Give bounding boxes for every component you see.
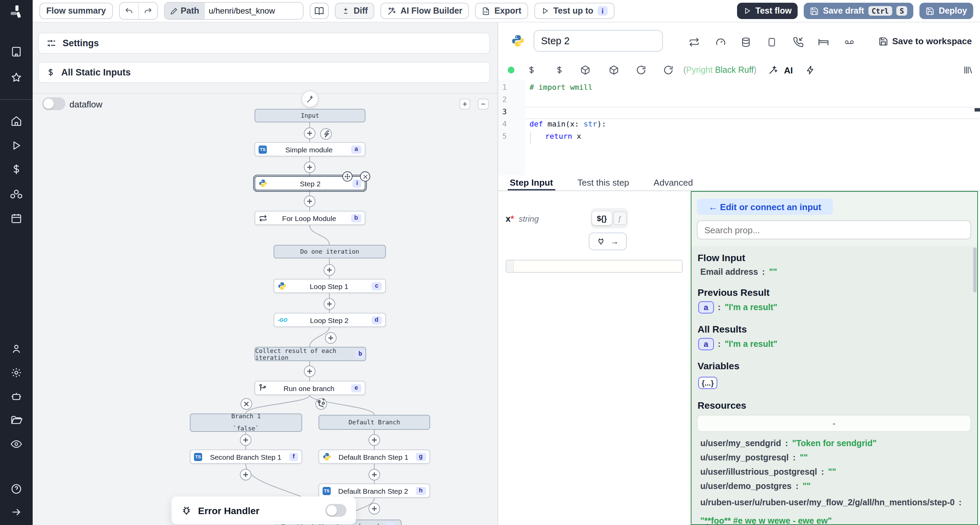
runs-play-icon[interactable]: [11, 140, 22, 151]
test-flow-button[interactable]: Test flow: [737, 3, 798, 19]
flow-node-loop-step-1[interactable]: Loop Step 1 c: [274, 279, 386, 293]
python-icon: [278, 282, 286, 290]
refresh-icon[interactable]: [663, 65, 673, 75]
result-chip[interactable]: a: [698, 301, 714, 314]
ai-flow-builder-button[interactable]: AI Flow Builder: [381, 3, 469, 19]
error-handler-card: Error Handler: [172, 496, 356, 524]
tab-test-this-step[interactable]: Test this step: [576, 176, 631, 190]
flow-summary-label: Flow summary: [46, 6, 106, 16]
home-icon[interactable]: [11, 115, 22, 127]
error-handler-toggle[interactable]: [325, 504, 347, 517]
prop-picker-scrollbar[interactable]: [973, 247, 977, 292]
delete-node-button[interactable]: [360, 171, 370, 182]
refresh-icon[interactable]: [636, 65, 646, 75]
flow-node-input[interactable]: Input: [255, 109, 366, 122]
favorites-star-icon[interactable]: [11, 72, 22, 83]
save-draft-label: Save draft: [823, 6, 864, 16]
flow-node-collect-result[interactable]: Collect result of each iteration b: [255, 347, 366, 361]
workers-bot-icon[interactable]: [10, 390, 22, 403]
flow-input-row[interactable]: Email address: "": [700, 267, 777, 277]
prop-search-input[interactable]: [697, 220, 971, 240]
save-to-workspace-button[interactable]: Save to workspace: [878, 36, 972, 46]
resource-row[interactable]: u/user/illustrious_postgresql:"": [700, 467, 836, 477]
database-icon[interactable]: [741, 37, 751, 48]
resources-filter-box[interactable]: -: [697, 415, 971, 432]
node-label: Second Branch Step 1: [202, 452, 289, 461]
workspace-building-icon[interactable]: [11, 46, 22, 57]
previous-result-row[interactable]: a : "I'm a result": [698, 301, 777, 314]
docs-book-button[interactable]: [309, 3, 328, 19]
collapse-arrow-icon[interactable]: [11, 506, 22, 518]
cache-repeat-icon[interactable]: [689, 37, 700, 48]
flow-node-second-branch-step-1[interactable]: TS Second Branch Step 1 f: [190, 449, 302, 464]
node-label: Default Branch: [348, 419, 400, 426]
all-results-row[interactable]: a : "I'm a result": [698, 338, 777, 350]
step-name-input[interactable]: [533, 30, 663, 52]
resource-row[interactable]: u/user/my_postgresql:"": [700, 453, 808, 462]
connect-input-button[interactable]: →: [589, 233, 627, 250]
indent-guide: [530, 131, 531, 143]
voicemail-icon[interactable]: [843, 37, 856, 47]
vars-dollar-icon[interactable]: [555, 65, 564, 75]
resource-row[interactable]: u/ruben-user/u/ruben-user/my_flow_2/g/al…: [700, 496, 971, 525]
windmill-logo-icon: [9, 4, 24, 19]
folders-icon[interactable]: [10, 414, 22, 427]
tab-step-input[interactable]: Step Input: [508, 176, 555, 190]
flow-node-do-one-iteration[interactable]: Do one iteration: [274, 245, 386, 259]
redo-button[interactable]: [138, 3, 157, 19]
schedules-calendar-icon[interactable]: [11, 213, 22, 224]
flow-node-default-branch-step-1[interactable]: Default Branch Step 1 g: [318, 449, 430, 464]
result-chip[interactable]: a: [698, 338, 714, 350]
diff-button[interactable]: Diff: [334, 3, 375, 19]
flow-node-loop-step-2[interactable]: -GO Loop Step 2 d: [274, 313, 386, 327]
assets-dollar-icon[interactable]: [527, 65, 536, 75]
variables-dollar-icon[interactable]: [11, 163, 22, 175]
argument-value-input[interactable]: [506, 260, 682, 273]
path-label-segment[interactable]: Path: [164, 3, 205, 19]
flow-node-for-loop[interactable]: For Loop Module b: [255, 211, 366, 225]
move-node-button[interactable]: [342, 171, 353, 182]
resource-row[interactable]: u/user/my_sendgrid:"Token for sendgrid": [700, 439, 877, 448]
flow-node-simple-module[interactable]: TS Simple module a: [255, 142, 366, 156]
audit-eye-icon[interactable]: [10, 438, 22, 450]
tab-advanced[interactable]: Advanced: [652, 176, 695, 190]
users-icon[interactable]: [11, 343, 22, 355]
test-up-to-button[interactable]: Test up to i: [534, 3, 614, 19]
ai-wand-icon[interactable]: [768, 65, 778, 75]
phone-call-icon[interactable]: [793, 37, 804, 48]
timeout-gauge-icon[interactable]: [715, 37, 726, 48]
flow-node-default-branch[interactable]: Default Branch: [318, 415, 430, 430]
ai-label[interactable]: AI: [784, 65, 793, 76]
mock-square-icon[interactable]: [767, 37, 776, 48]
undo-button[interactable]: [119, 3, 138, 19]
path-input[interactable]: [205, 3, 302, 19]
resources-heading: Resources: [698, 400, 746, 411]
instant-bolt-icon[interactable]: [806, 65, 815, 75]
resource-row[interactable]: u/user/demo_postgres:"": [700, 482, 811, 491]
function-expr-toggle[interactable]: ƒ: [613, 211, 627, 225]
plug-icon: [597, 237, 605, 246]
deploy-button[interactable]: Deploy: [920, 3, 973, 19]
sleep-bed-icon[interactable]: [818, 37, 829, 48]
back-to-edit-button[interactable]: ← Edit or connect an input: [697, 198, 833, 215]
export-button[interactable]: Export: [476, 3, 528, 19]
library-icon[interactable]: [963, 65, 973, 75]
settings-gear-icon[interactable]: [11, 367, 22, 379]
save-icon: [878, 36, 888, 46]
package-icon[interactable]: [580, 65, 590, 75]
variables-object-chip[interactable]: {...}: [698, 377, 717, 389]
flow-summary-button[interactable]: Flow summary: [40, 3, 113, 19]
flow-node-run-one-branch[interactable]: Run one branch e: [255, 381, 366, 395]
flow-node-default-branch-step-2[interactable]: TS Default Branch Step 2 h: [318, 484, 430, 498]
variables-row[interactable]: {...}: [698, 377, 717, 389]
code-editor[interactable]: 1 2 3 4 5 # import wmill def main(x: str…: [498, 79, 980, 176]
help-icon[interactable]: [11, 483, 22, 495]
package-icon[interactable]: [609, 65, 619, 75]
template-expr-toggle[interactable]: ${}: [592, 211, 611, 225]
flow-node-branch-1[interactable]: Branch 1 `false`: [190, 414, 302, 432]
node-id-badge: b: [355, 350, 366, 358]
save-icon: [810, 6, 819, 15]
resource-row[interactable]: u/ruben-user/…:"…": [700, 523, 791, 525]
save-draft-button[interactable]: Save draft Ctrl S: [804, 3, 913, 19]
resources-boxes-icon[interactable]: [10, 188, 22, 200]
